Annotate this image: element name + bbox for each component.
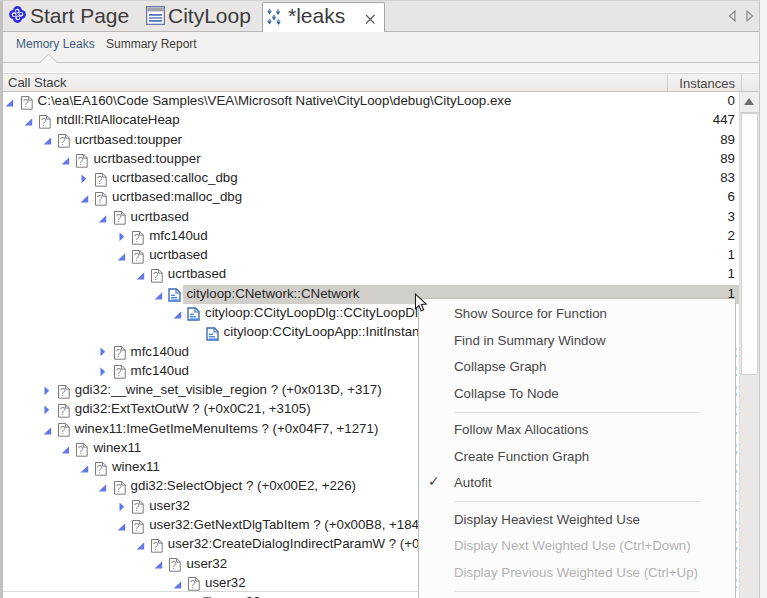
svg-text:?: ? — [59, 386, 65, 398]
svg-text:?: ? — [115, 347, 121, 359]
svg-text:?: ? — [115, 367, 121, 379]
svg-text:?: ? — [115, 482, 121, 494]
svg-text:?: ? — [97, 174, 103, 186]
svg-text:?: ? — [78, 155, 84, 167]
svg-text:?: ? — [134, 251, 140, 263]
svg-text:?: ? — [134, 232, 140, 244]
svg-text:?: ? — [22, 97, 28, 109]
svg-text:?: ? — [171, 559, 177, 571]
svg-text:?: ? — [134, 521, 140, 533]
svg-text:?: ? — [59, 135, 65, 147]
svg-text:?: ? — [78, 444, 84, 456]
svg-text:?: ? — [97, 463, 103, 475]
svg-text:?: ? — [41, 116, 47, 128]
svg-text:?: ? — [134, 502, 140, 514]
svg-text:?: ? — [115, 213, 121, 225]
svg-text:?: ? — [152, 540, 158, 552]
svg-text:?: ? — [97, 193, 103, 205]
svg-text:?: ? — [59, 405, 65, 417]
svg-text:?: ? — [190, 579, 196, 591]
svg-text:?: ? — [59, 424, 65, 436]
svg-text:?: ? — [152, 270, 158, 282]
